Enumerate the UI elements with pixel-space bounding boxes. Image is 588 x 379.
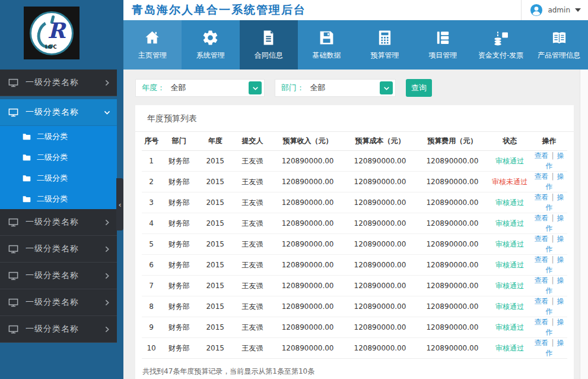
sidebar-menu: 一级分类名称一级分类名称二级分类二级分类二级分类二级分类一级分类名称一级分类名称… bbox=[0, 70, 117, 343]
sidebar-item-5[interactable]: 一级分类名称 bbox=[0, 263, 117, 289]
table-row: 10财务部2015王友强120890000.00120890000.001208… bbox=[142, 338, 567, 359]
chevron-down-icon[interactable] bbox=[249, 81, 262, 94]
row-income: 120890000.00 bbox=[272, 151, 344, 172]
nav-tab-8[interactable]: 产品管理信息 bbox=[530, 20, 588, 70]
home-icon bbox=[144, 29, 161, 46]
row-dept: 财务部 bbox=[161, 255, 197, 276]
monitor-icon bbox=[8, 217, 19, 228]
status-badge: 审核通过 bbox=[488, 234, 531, 255]
sidebar-item-label: 一级分类名称 bbox=[26, 217, 103, 228]
view-link[interactable]: 查看 bbox=[534, 235, 548, 243]
chevron-right-icon bbox=[103, 245, 111, 253]
sidebar-item-6[interactable]: 一级分类名称 bbox=[0, 289, 117, 316]
scrollbar[interactable] bbox=[580, 70, 588, 379]
coins-icon bbox=[492, 29, 510, 46]
nav-tab-5[interactable]: 预算管理 bbox=[356, 20, 414, 70]
row-dept: 财务部 bbox=[161, 234, 197, 255]
sidebar-subitem-1[interactable]: 二级分类 bbox=[0, 126, 117, 147]
view-link[interactable]: 查看 bbox=[534, 214, 548, 222]
status-badge: 审核通过 bbox=[488, 276, 531, 296]
sidebar-item-2[interactable]: 一级分类名称 bbox=[0, 99, 117, 126]
sidebar-item-4[interactable]: 一级分类名称 bbox=[0, 236, 117, 263]
user-menu[interactable]: admin bbox=[521, 0, 588, 20]
nav-tab-2[interactable]: 系统管理 bbox=[182, 20, 240, 70]
sidebar-subitem-label: 二级分类 bbox=[37, 131, 68, 142]
sidebar-subitem-2[interactable]: 二级分类 bbox=[0, 147, 117, 168]
row-expense: 120890000.00 bbox=[416, 317, 488, 338]
gear-icon bbox=[202, 29, 219, 46]
row-submitter: 王友强 bbox=[233, 255, 272, 276]
view-link[interactable]: 查看 bbox=[534, 151, 548, 160]
nav-tab-3[interactable]: 合同信息 bbox=[240, 20, 298, 70]
view-link[interactable]: 查看 bbox=[534, 255, 548, 264]
view-link[interactable]: 查看 bbox=[534, 172, 548, 181]
view-link[interactable]: 查看 bbox=[534, 193, 548, 201]
table-row: 2财务部2015王友强120890000.00120890000.0012089… bbox=[142, 172, 567, 192]
row-income: 120890000.00 bbox=[272, 255, 344, 276]
view-link[interactable]: 查看 bbox=[534, 276, 548, 285]
search-button[interactable]: 查询 bbox=[406, 79, 432, 97]
row-cost: 120890000.00 bbox=[344, 213, 417, 234]
nav-tab-label: 项目管理 bbox=[428, 50, 457, 61]
row-income: 120890000.00 bbox=[272, 276, 344, 296]
calculator-icon bbox=[376, 29, 393, 46]
logo-area: R IGC bbox=[0, 0, 123, 70]
row-submitter: 王友强 bbox=[233, 276, 272, 296]
row-dept: 财务部 bbox=[161, 213, 197, 234]
nav-tab-label: 预算管理 bbox=[370, 50, 399, 61]
monitor-icon bbox=[8, 77, 19, 89]
nav-tab-4[interactable]: 基础数据 bbox=[298, 20, 356, 70]
row-dept: 财务部 bbox=[161, 151, 197, 172]
view-link[interactable]: 查看 bbox=[534, 318, 548, 326]
row-seq: 7 bbox=[142, 276, 161, 296]
column-header-5: 预算收入（元） bbox=[272, 132, 344, 151]
row-income: 120890000.00 bbox=[272, 234, 344, 255]
row-submitter: 王友强 bbox=[233, 172, 272, 192]
action-separator: | bbox=[551, 276, 554, 285]
row-expense: 120890000.00 bbox=[416, 338, 488, 359]
nav-tab-6[interactable]: 项目管理 bbox=[414, 20, 472, 70]
status-badge: 审核通过 bbox=[488, 213, 531, 234]
nav-tab-label: 主页管理 bbox=[138, 50, 167, 61]
nav-tab-label: 系统管理 bbox=[196, 50, 225, 61]
nav-tab-label: 资金支付-发票 bbox=[478, 50, 523, 61]
row-actions: 查看|操作 bbox=[531, 338, 567, 359]
sidebar-subitem-3[interactable]: 二级分类 bbox=[0, 168, 117, 188]
row-seq: 5 bbox=[142, 234, 161, 255]
nav-tab-1[interactable]: 主页管理 bbox=[123, 20, 182, 70]
row-year: 2015 bbox=[197, 234, 233, 255]
table-row: 5财务部2015王友强120890000.00120890000.0012089… bbox=[142, 234, 567, 255]
status-badge: 审核未通过 bbox=[488, 172, 531, 192]
view-link[interactable]: 查看 bbox=[534, 339, 548, 347]
row-income: 120890000.00 bbox=[272, 192, 344, 213]
row-year: 2015 bbox=[197, 317, 233, 338]
chevron-down-icon[interactable] bbox=[380, 81, 393, 94]
status-badge: 审核通过 bbox=[488, 192, 531, 213]
panel-title: 年度预算列表 bbox=[135, 105, 574, 132]
department-label: 部门 : bbox=[281, 83, 302, 93]
sidebar-subitem-4[interactable]: 二级分类 bbox=[0, 188, 117, 209]
row-year: 2015 bbox=[197, 172, 233, 192]
row-submitter: 王友强 bbox=[233, 338, 272, 359]
sidebar-collapse-handle[interactable]: ‹ bbox=[116, 178, 123, 230]
row-actions: 查看|操作 bbox=[531, 172, 567, 192]
department-select[interactable]: 部门 : 全部 bbox=[275, 79, 396, 97]
action-separator: | bbox=[551, 339, 554, 347]
action-separator: | bbox=[551, 318, 554, 326]
row-income: 120890000.00 bbox=[272, 296, 344, 317]
sidebar-item-7[interactable]: 一级分类名称 bbox=[0, 316, 117, 343]
folder-icon bbox=[22, 173, 31, 183]
year-select[interactable]: 年度 : 全部 bbox=[135, 79, 265, 97]
nav-tab-7[interactable]: 资金支付-发票 bbox=[472, 20, 530, 70]
main-area: 青岛海尔人单合一系统管理后台 admin 主页管理系统管理合同信息基础数据预算管… bbox=[123, 0, 588, 379]
sidebar-item-1[interactable]: 一级分类名称 bbox=[0, 70, 117, 96]
sidebar-item-3[interactable]: 一级分类名称 bbox=[0, 209, 117, 236]
row-dept: 财务部 bbox=[161, 296, 197, 317]
row-dept: 财务部 bbox=[161, 338, 197, 359]
row-seq: 10 bbox=[142, 338, 161, 359]
sidebar-item-label: 一级分类名称 bbox=[26, 270, 103, 281]
monitor-icon bbox=[8, 270, 19, 282]
row-income: 120890000.00 bbox=[272, 213, 344, 234]
row-year: 2015 bbox=[197, 296, 233, 317]
view-link[interactable]: 查看 bbox=[534, 297, 548, 305]
